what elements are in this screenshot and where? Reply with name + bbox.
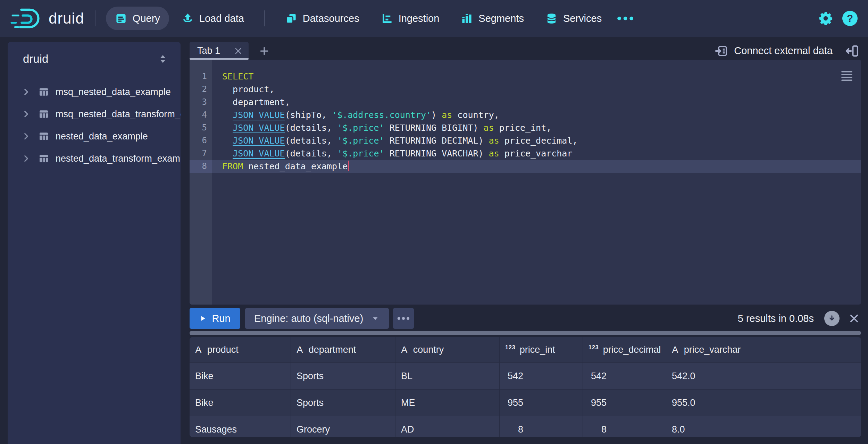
- line-number: 8: [190, 160, 212, 173]
- cell-price_varchar[interactable]: 955.0: [666, 390, 770, 416]
- schema-header: druid: [8, 42, 181, 72]
- cell-product[interactable]: Sausages: [190, 416, 291, 437]
- code-line-2: 2 product,: [190, 83, 861, 96]
- column-header-price_varchar[interactable]: Aprice_varchar: [666, 337, 770, 362]
- run-button[interactable]: Run: [190, 308, 240, 329]
- nav-item-query[interactable]: Query: [106, 7, 169, 30]
- panel-collapse-icon: [845, 44, 859, 58]
- download-results-button[interactable]: [824, 311, 840, 326]
- text-cursor: [348, 161, 349, 171]
- table-row-2: BikeSportsME955955955.0: [190, 390, 861, 416]
- connect-external-data-button[interactable]: Connect external data: [715, 44, 833, 58]
- code-text: JSON_VALUE(details, '$.price' RETURNING …: [212, 121, 551, 134]
- sql-editor[interactable]: 1SELECT2 product,3 department,4 JSON_VAL…: [190, 60, 861, 305]
- datasource-name: nested_data_example: [56, 131, 148, 142]
- column-name: price_varchar: [684, 344, 741, 355]
- more-icon: [397, 317, 410, 320]
- code-text: SELECT: [212, 70, 253, 83]
- column-header-price_int[interactable]: 123price_int: [500, 337, 583, 362]
- line-number: 4: [190, 109, 212, 121]
- cell-department[interactable]: Sports: [291, 363, 395, 389]
- column-name: price_int: [520, 344, 555, 355]
- column-header-country[interactable]: Acountry: [395, 337, 500, 362]
- query-more-button[interactable]: [393, 308, 414, 329]
- druid-console: druid QueryLoad dataDatasourcesIngestion…: [0, 0, 868, 444]
- cell-product[interactable]: Bike: [190, 363, 291, 389]
- nav-item-ingestion[interactable]: Ingestion: [372, 7, 449, 30]
- cell-country[interactable]: BL: [395, 363, 500, 389]
- line-number: 7: [190, 147, 212, 160]
- code-line-5: 5 JSON_VALUE(details, '$.price' RETURNIN…: [190, 121, 861, 134]
- nav-item-label: Query: [133, 13, 160, 24]
- run-toolbar: Run Engine: auto (sql-native) 5 results …: [190, 308, 861, 329]
- top-nav-bar: druid QueryLoad dataDatasourcesIngestion…: [0, 0, 868, 37]
- sort-icon: [157, 53, 169, 65]
- close-results-button[interactable]: [849, 313, 860, 324]
- results-table-header: AproductAdepartmentAcountry123price_int1…: [190, 337, 861, 363]
- cell-empty: [770, 416, 861, 437]
- datasource-tree: msq_nested_data_examplemsq_nested_data_t…: [8, 72, 181, 170]
- engine-select[interactable]: Engine: auto (sql-native): [245, 308, 389, 329]
- code-text: department,: [212, 96, 290, 109]
- nav-divider: [264, 10, 265, 26]
- schema-sort-button[interactable]: [157, 53, 169, 65]
- code-line-7: 7 JSON_VALUE(details, '$.price' RETURNIN…: [190, 147, 861, 160]
- collapse-panel-button[interactable]: [845, 44, 859, 58]
- druid-logo-link[interactable]: druid: [10, 7, 84, 30]
- cell-price_decimal[interactable]: 955: [583, 390, 666, 416]
- nav-item-load-data[interactable]: Load data: [173, 7, 253, 30]
- help-icon: ?: [842, 11, 858, 26]
- nav-item-label: Segments: [478, 13, 524, 24]
- cell-country[interactable]: AD: [395, 416, 500, 437]
- tab-tab1[interactable]: Tab 1: [190, 42, 249, 60]
- cell-price_int[interactable]: 542: [500, 363, 583, 389]
- datasource-name: msq_nested_data_transform_ex: [56, 109, 181, 120]
- string-type-icon: A: [401, 344, 408, 356]
- cell-department[interactable]: Sports: [291, 390, 395, 416]
- results-splitter[interactable]: [190, 331, 861, 335]
- sidebar-item-msq_nested_data_transform_ex[interactable]: msq_nested_data_transform_ex: [8, 103, 181, 125]
- chevron-right-icon[interactable]: [22, 132, 31, 141]
- ingestion-icon: [381, 12, 393, 25]
- gear-icon: [818, 11, 833, 26]
- settings-button[interactable]: [818, 11, 833, 26]
- editor-menu-button[interactable]: [840, 70, 853, 82]
- nav-menu: QueryLoad dataDatasourcesIngestionSegmen…: [106, 7, 611, 30]
- numeric-type-icon: 123: [505, 344, 516, 351]
- connect-external-data-label: Connect external data: [734, 45, 833, 57]
- column-header-product[interactable]: Aproduct: [190, 337, 291, 362]
- chevron-right-icon[interactable]: [22, 87, 31, 96]
- table-icon: [38, 153, 49, 164]
- cell-price_int[interactable]: 955: [500, 390, 583, 416]
- cell-price_decimal[interactable]: 8: [583, 416, 666, 437]
- chevron-right-icon[interactable]: [22, 110, 31, 119]
- schema-sidebar: druid msq_nested_data_examplemsq_nested_…: [8, 42, 181, 444]
- code-text: product,: [212, 83, 275, 96]
- add-tab-button[interactable]: [259, 46, 269, 56]
- close-icon: [849, 313, 860, 324]
- help-button[interactable]: ?: [842, 11, 858, 26]
- cell-price_int[interactable]: 8: [500, 416, 583, 437]
- sidebar-item-nested_data_example[interactable]: nested_data_example: [8, 125, 181, 147]
- column-header-department[interactable]: Adepartment: [291, 337, 395, 362]
- cell-price_decimal[interactable]: 542: [583, 363, 666, 389]
- nav-item-label: Load data: [199, 13, 244, 24]
- download-icon: [827, 314, 836, 323]
- cell-product[interactable]: Bike: [190, 390, 291, 416]
- chevron-right-icon[interactable]: [22, 154, 31, 163]
- cell-price_varchar[interactable]: 542.0: [666, 363, 770, 389]
- cell-department[interactable]: Grocery: [291, 416, 395, 437]
- nav-item-datasources[interactable]: Datasources: [276, 7, 368, 30]
- play-icon: [199, 315, 206, 322]
- cell-country[interactable]: ME: [395, 390, 500, 416]
- sidebar-item-nested_data_transform_exampl[interactable]: nested_data_transform_exampl: [8, 147, 181, 170]
- tab-close-button[interactable]: [234, 47, 242, 55]
- segments-icon: [461, 12, 473, 25]
- line-number: 3: [190, 96, 212, 109]
- sidebar-item-msq_nested_data_example[interactable]: msq_nested_data_example: [8, 81, 181, 103]
- nav-item-services[interactable]: Services: [536, 7, 611, 30]
- more-menu-button[interactable]: [611, 7, 640, 30]
- nav-item-segments[interactable]: Segments: [452, 7, 533, 30]
- cell-price_varchar[interactable]: 8.0: [666, 416, 770, 437]
- column-header-price_decimal[interactable]: 123price_decimal: [583, 337, 666, 362]
